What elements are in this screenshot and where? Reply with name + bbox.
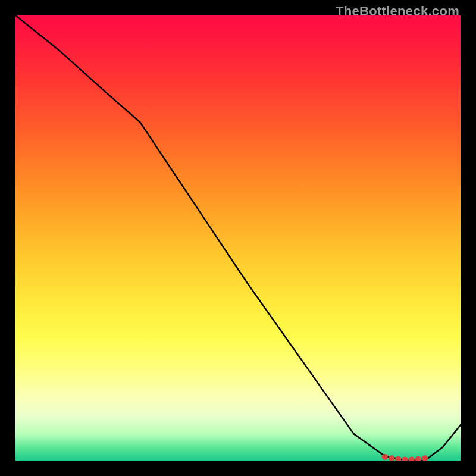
data-marker xyxy=(415,456,421,461)
plot-area xyxy=(15,15,461,461)
chart-svg xyxy=(15,15,461,461)
data-line xyxy=(15,15,461,461)
data-marker xyxy=(395,456,401,461)
watermark-text: TheBottleneck.com xyxy=(336,4,459,19)
marker-group xyxy=(382,454,428,461)
data-marker xyxy=(422,455,428,461)
data-marker xyxy=(402,457,408,461)
data-marker xyxy=(382,454,388,460)
chart-frame: TheBottleneck.com xyxy=(0,0,476,476)
data-marker xyxy=(409,457,415,461)
data-marker xyxy=(389,455,394,461)
